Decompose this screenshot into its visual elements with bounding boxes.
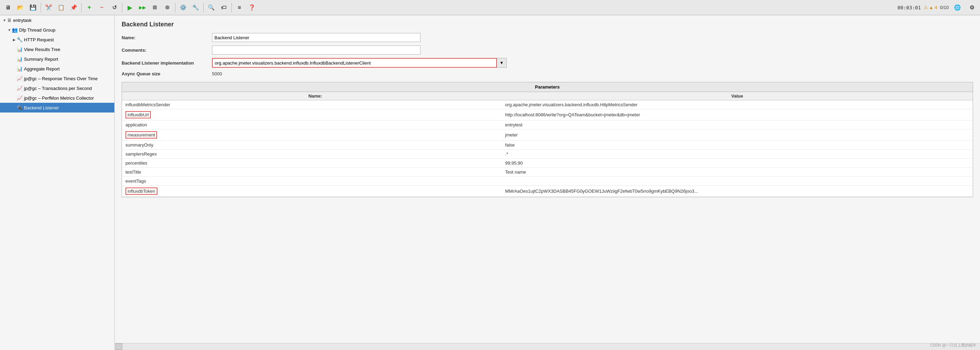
highlighted-param-name: influxdbToken bbox=[126, 187, 158, 195]
name-input[interactable] bbox=[212, 33, 420, 42]
table-row: percentiles 99;95;90 bbox=[122, 159, 973, 168]
csdn-watermark: CSDN @一只往上爬的蜗牛 bbox=[930, 343, 977, 348]
tree-item-view-results-tree[interactable]: 📊 View Results Tree bbox=[0, 44, 115, 54]
warning-count: ▲ 4 bbox=[929, 5, 937, 10]
tree-item-summary-report[interactable]: 📊 Summary Report bbox=[0, 54, 115, 64]
comments-input[interactable] bbox=[212, 46, 420, 54]
comments-label: Comments: bbox=[122, 48, 212, 53]
impl-dropdown-button[interactable]: ▼ bbox=[497, 58, 507, 68]
tree-arrow bbox=[12, 57, 17, 61]
comments-row: Comments: bbox=[122, 46, 973, 54]
param-name-5: samplersRegex bbox=[126, 151, 505, 157]
save-button[interactable]: 💾 bbox=[27, 2, 39, 14]
tree-item-gc-transactions[interactable]: 📈 jp@gc – Transactions per Second bbox=[0, 83, 115, 93]
table-row: measurement jmeter bbox=[122, 130, 973, 141]
tree-arrow bbox=[12, 48, 17, 51]
tree-item-aggregate-report[interactable]: 📊 Aggregate Report bbox=[0, 64, 115, 74]
scroll-thumb[interactable] bbox=[115, 344, 123, 350]
timer-display: 00:03:01 bbox=[898, 5, 921, 10]
cut-button[interactable]: ✂️ bbox=[43, 2, 54, 14]
tree-item-backend-listener[interactable]: 🔌 Backend Listener bbox=[0, 103, 115, 112]
param-name-8: eventTags bbox=[126, 179, 505, 184]
gc-transactions-icon: 📈 bbox=[17, 86, 22, 91]
computer-icon: 🖥 bbox=[7, 17, 12, 23]
params-title: Parameters bbox=[122, 82, 973, 92]
tree-item-label: jp@gc – Transactions per Second bbox=[24, 86, 92, 91]
list-button[interactable]: ≡ bbox=[234, 2, 245, 14]
warning-icon: ⚠ bbox=[924, 5, 928, 10]
tools2-button[interactable]: 🔧 bbox=[190, 2, 202, 14]
param-name-4: summaryOnly bbox=[126, 143, 505, 147]
open-button[interactable]: 📂 bbox=[14, 2, 26, 14]
remove-button[interactable]: − bbox=[96, 2, 108, 14]
tree-item-entrytask[interactable]: ▼ 🖥 entrytask bbox=[0, 15, 115, 25]
param-name-2: application bbox=[126, 122, 505, 127]
param-name-1: influxdbUrl bbox=[126, 111, 505, 119]
run-no-pause-button[interactable]: ▶▶ bbox=[137, 2, 148, 14]
warning-badge: ⚠ ▲ 4 bbox=[924, 5, 937, 10]
stop-button[interactable]: ⏹ bbox=[149, 2, 161, 14]
tree-item-label: entrytask bbox=[13, 18, 32, 23]
search-button[interactable]: 🔍 bbox=[205, 2, 217, 14]
new-button[interactable]: 🖥 bbox=[2, 2, 14, 14]
tree-arrow bbox=[12, 96, 17, 100]
params-header-name: Name: bbox=[126, 93, 505, 98]
tree-arrow bbox=[12, 67, 17, 71]
tree-item-label: jp@gc – PerfMon Metrics Collector bbox=[24, 95, 94, 101]
table-row: influxdbMetricsSender org.apache.jmeter.… bbox=[122, 100, 973, 109]
highlighted-param-name: influxdbUrl bbox=[126, 111, 151, 119]
settings-button[interactable]: ⚙ bbox=[966, 2, 978, 14]
tree-item-label: View Results Tree bbox=[24, 47, 60, 52]
results-tree-icon: 📊 bbox=[17, 46, 22, 52]
tree-item-label: Aggregate Report bbox=[24, 67, 60, 71]
gc-perfmon-icon: 📈 bbox=[17, 95, 22, 101]
main-layout: ▼ 🖥 entrytask ▼ 👥 Dfp Thread Group ▶ 🔧 H… bbox=[0, 15, 980, 350]
name-label: Name: bbox=[122, 35, 212, 40]
async-label: Async Queue size bbox=[122, 71, 212, 76]
tree-item-label: Summary Report bbox=[24, 57, 58, 62]
info-button[interactable]: 🏷 bbox=[218, 2, 230, 14]
tree-arrow: ▼ bbox=[7, 28, 12, 32]
sep3 bbox=[122, 3, 123, 13]
add-button[interactable]: + bbox=[83, 2, 95, 14]
aggregate-report-icon: 📊 bbox=[17, 66, 22, 71]
tree-panel: ▼ 🖥 entrytask ▼ 👥 Dfp Thread Group ▶ 🔧 H… bbox=[0, 15, 115, 350]
params-container: Parameters Name: Value influxdbMetricsSe… bbox=[122, 82, 973, 197]
bottom-scrollbar[interactable] bbox=[115, 343, 980, 350]
clear-button[interactable]: ↺ bbox=[108, 2, 120, 14]
async-value: 5000 bbox=[212, 71, 222, 76]
tree-item-http-request[interactable]: ▶ 🔧 HTTP Request bbox=[0, 35, 115, 44]
copy-button[interactable]: 📋 bbox=[55, 2, 67, 14]
table-row: testTitle Test name bbox=[122, 168, 973, 177]
content-panel: Backend Listener Name: Comments: Backend… bbox=[115, 15, 980, 350]
param-value-4: false bbox=[505, 143, 969, 147]
sep1 bbox=[41, 3, 41, 13]
panel-title: Backend Listener bbox=[122, 21, 973, 28]
table-row: influxdbToken MMrAaOes1ujtC2pWX3DASBB45F… bbox=[122, 186, 973, 197]
impl-label: Backend Listener implementation bbox=[122, 60, 212, 66]
tools1-button[interactable]: ⚙️ bbox=[177, 2, 189, 14]
param-name-6: percentiles bbox=[126, 160, 505, 166]
table-row: summaryOnly false bbox=[122, 141, 973, 150]
impl-input[interactable] bbox=[212, 58, 497, 68]
paste-button[interactable]: 📌 bbox=[68, 2, 80, 14]
tree-item-label: Dfp Thread Group bbox=[19, 27, 56, 33]
help-button[interactable]: ❓ bbox=[246, 2, 258, 14]
thread-group-icon: 👥 bbox=[12, 27, 18, 33]
shutdown-button[interactable]: ⏺ bbox=[162, 2, 173, 14]
tree-item-gc-perfmon[interactable]: 📈 jp@gc – PerfMon Metrics Collector bbox=[0, 93, 115, 103]
param-value-1: http://localhost:8086/write?org=QATeam&b… bbox=[505, 112, 969, 117]
tree-item-label: jp@gc – Response Times Over Time bbox=[24, 76, 98, 81]
highlighted-param-name: measurement bbox=[126, 131, 157, 139]
run-button[interactable]: ▶ bbox=[124, 2, 136, 14]
counter-badge: 0/10 bbox=[940, 5, 949, 10]
impl-row: Backend Listener implementation ▼ bbox=[122, 58, 973, 68]
name-row: Name: bbox=[122, 33, 973, 42]
param-value-2: entrytest bbox=[505, 122, 969, 127]
tree-item-dfp-thread-group[interactable]: ▼ 👥 Dfp Thread Group bbox=[0, 25, 115, 35]
sep6 bbox=[231, 3, 232, 13]
tree-item-gc-response-times[interactable]: 📈 jp@gc – Response Times Over Time bbox=[0, 74, 115, 83]
network-button[interactable]: 🌐 bbox=[951, 2, 963, 14]
table-row: application entrytest bbox=[122, 120, 973, 130]
toolbar-right: 00:03:01 ⚠ ▲ 4 0/10 🌐 ⚙ bbox=[898, 2, 978, 14]
